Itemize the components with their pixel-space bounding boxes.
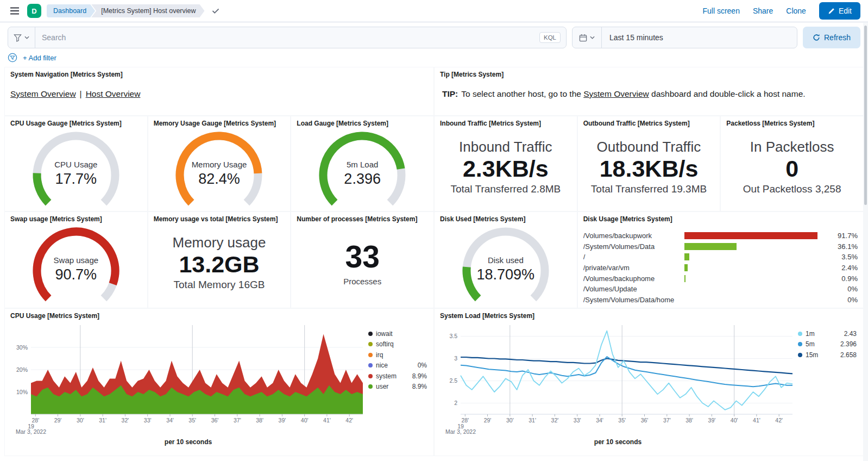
- add-filter-button[interactable]: + Add filter: [23, 54, 56, 62]
- panel-title: CPU Usage Gauge [Metrics System]: [10, 120, 142, 127]
- legend-item[interactable]: softirq: [368, 339, 427, 350]
- legend-swatch: [368, 342, 373, 346]
- breadcrumb-dashboard[interactable]: Dashboard: [47, 4, 95, 17]
- topbar-actions: Full screen Share Clone Edit: [702, 2, 860, 20]
- panel-title: System Load [Metrics System]: [440, 312, 858, 320]
- breadcrumb: Dashboard [Metrics System] Host overview: [47, 4, 205, 17]
- legend-item[interactable]: irq: [368, 350, 427, 360]
- disk-percent: 0%: [834, 296, 858, 304]
- metric-value: 2.3KB/s: [463, 155, 549, 182]
- full-screen-link[interactable]: Full screen: [702, 7, 739, 15]
- legend-item[interactable]: system 8.9%: [368, 371, 427, 382]
- share-link[interactable]: Share: [753, 7, 773, 15]
- disk-bar-track: [684, 275, 829, 282]
- menu-button[interactable]: [8, 5, 22, 17]
- system-load-line-chart: 22.533.528'29'30'31'32'33'34'35'36'37'38…: [440, 321, 796, 438]
- panel-title: Disk Used [Metrics System]: [440, 215, 571, 223]
- gauge-value: 90.7%: [22, 266, 130, 283]
- svg-text:38': 38': [685, 417, 693, 423]
- outbound-traffic-metric: Outbound Traffic 18.3KB/s Total Transfer…: [583, 127, 715, 207]
- tip-system-overview-link[interactable]: System Overview: [583, 89, 649, 98]
- gauge-value: 2.396: [308, 171, 417, 188]
- disk-percent: 91.7%: [834, 232, 858, 240]
- edit-button[interactable]: Edit: [819, 2, 860, 20]
- legend-item[interactable]: user 8.9%: [368, 382, 427, 393]
- space-avatar[interactable]: D: [27, 4, 41, 18]
- pencil-icon: [828, 8, 835, 15]
- svg-text:2.5: 2.5: [449, 377, 457, 384]
- svg-text:32': 32': [551, 417, 559, 423]
- legend-item[interactable]: iowait: [368, 328, 427, 339]
- cpu-chart-legend: iowait softirq irq nice 0% system 8.9% u…: [366, 321, 427, 438]
- processes-label: Processes: [343, 277, 381, 286]
- host-overview-link[interactable]: Host Overview: [86, 89, 141, 98]
- scrollbar-thumb[interactable]: [864, 26, 867, 205]
- panel-title: CPU Usage [Metrics System]: [10, 312, 428, 320]
- system-overview-link[interactable]: System Overview: [10, 89, 76, 98]
- metric-value: 18.3KB/s: [600, 155, 699, 182]
- legend-label: 15m: [806, 351, 818, 359]
- panel-title: Disk Usage [Metrics System]: [583, 215, 858, 223]
- svg-text:2: 2: [454, 400, 457, 406]
- edit-button-label: Edit: [839, 7, 852, 15]
- kql-badge[interactable]: KQL: [539, 32, 561, 43]
- legend-item[interactable]: 1m 2.43: [798, 328, 857, 339]
- processes-value: 33: [345, 239, 379, 275]
- gauge-label: Swap usage: [22, 256, 130, 265]
- disk-used-gauge: Disk used18.709%: [451, 225, 560, 306]
- panel-outbound-traffic: Outbound Traffic [Metrics System] Outbou…: [577, 116, 721, 211]
- svg-text:41': 41': [753, 417, 760, 423]
- disk-path: /: [583, 253, 682, 261]
- tip-before: To select another host, go to the: [459, 89, 583, 98]
- disk-bar: [684, 243, 737, 250]
- clone-link[interactable]: Clone: [786, 7, 806, 15]
- gauge-value: 17.7%: [22, 171, 130, 188]
- disk-bar: [684, 264, 688, 271]
- disk-bar-track: [684, 264, 829, 271]
- svg-text:39': 39': [708, 417, 716, 423]
- panel-memory-usage-gauge: Memory Usage Gauge [Metrics System] Memo…: [148, 116, 291, 211]
- chevron-down-icon: [24, 36, 29, 39]
- svg-text:Mar 3, 2022: Mar 3, 2022: [16, 428, 46, 435]
- panel-inbound-traffic: Inbound Traffic [Metrics System] Inbound…: [434, 116, 577, 211]
- filter-in-circle-icon[interactable]: [8, 53, 17, 63]
- search-input[interactable]: [35, 33, 539, 42]
- disk-usage-row: / 3.5%: [583, 252, 858, 263]
- metric-heading: In Packetloss: [750, 139, 834, 155]
- tip-after: dashboard and double-click a host name.: [649, 89, 806, 98]
- svg-text:35': 35': [618, 417, 626, 423]
- time-range-display[interactable]: Last 15 minutes: [602, 33, 663, 42]
- panel-title: Load Gauge [Metrics System]: [297, 120, 428, 127]
- disk-usage-row: /Volumes/backuphome 0.9%: [583, 273, 858, 284]
- legend-item[interactable]: 5m 2.396: [798, 339, 857, 350]
- gauge-value: 82.4%: [165, 171, 273, 188]
- disk-percent: 36.1%: [834, 242, 858, 251]
- legend-value: 2.396: [840, 340, 857, 348]
- refresh-button[interactable]: Refresh: [803, 27, 860, 48]
- legend-label: user: [376, 383, 388, 390]
- date-picker-button[interactable]: [573, 27, 602, 48]
- svg-text:37': 37': [663, 417, 671, 423]
- svg-text:34': 34': [596, 417, 603, 423]
- panel-load-gauge: Load Gauge [Metrics System] 5m Load2.396: [291, 116, 434, 211]
- breadcrumb-current[interactable]: [Metrics System] Host overview: [91, 4, 204, 17]
- svg-text:39': 39': [279, 417, 286, 423]
- legend-value: 8.9%: [412, 383, 427, 390]
- saved-query-menu-button[interactable]: [8, 27, 35, 48]
- gauge-value: 18.709%: [451, 266, 560, 283]
- svg-text:36': 36': [211, 417, 219, 423]
- panel-title: Inbound Traffic [Metrics System]: [440, 120, 571, 127]
- panel-title: Packetloss [Metrics System]: [726, 120, 858, 127]
- memory-usage-gauge: Memory Usage82.4%: [165, 129, 273, 210]
- legend-item[interactable]: nice 0%: [368, 360, 427, 371]
- panel-title: Number of processes [Metrics System]: [297, 215, 428, 223]
- scrollbar[interactable]: [863, 23, 868, 461]
- calendar-icon: [579, 34, 587, 42]
- panel-title: Tip [Metrics System]: [440, 71, 858, 78]
- query-bar: KQL Last 15 minutes Refresh: [0, 22, 868, 51]
- disk-bar-track: [684, 243, 829, 250]
- svg-text:35': 35': [188, 417, 196, 423]
- legend-label: 1m: [806, 330, 815, 338]
- legend-item[interactable]: 15m 2.658: [798, 350, 857, 360]
- gauge-label: 5m Load: [308, 160, 417, 169]
